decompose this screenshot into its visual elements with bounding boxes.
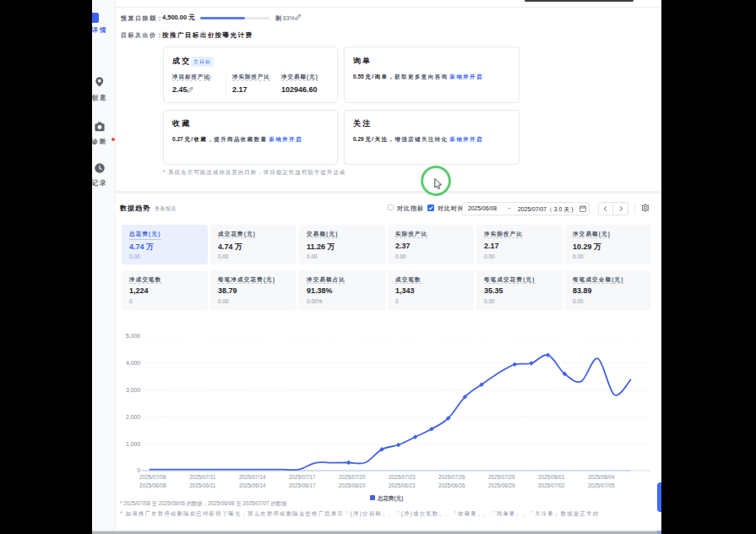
svg-text:2025/06/17: 2025/06/17 <box>289 482 316 488</box>
svg-text:2025/07/11: 2025/07/11 <box>189 474 216 480</box>
svg-text:2025/06/14: 2025/06/14 <box>239 482 266 488</box>
svg-text:2025/06/08: 2025/06/08 <box>139 482 166 488</box>
svg-text:2025/07/29: 2025/07/29 <box>488 474 515 480</box>
svg-text:2025/07/05: 2025/07/05 <box>588 482 615 488</box>
svg-text:2025/08/01: 2025/08/01 <box>538 474 565 480</box>
svg-text:3,000: 3,000 <box>126 387 140 393</box>
svg-text:5,000: 5,000 <box>126 333 140 339</box>
svg-text:2025/07/02: 2025/07/02 <box>538 482 565 488</box>
svg-text:2025/07/14: 2025/07/14 <box>239 474 266 480</box>
svg-text:2025/06/20: 2025/06/20 <box>339 482 366 488</box>
svg-text:2025/06/26: 2025/06/26 <box>438 482 465 488</box>
svg-text:2025/07/26: 2025/07/26 <box>438 474 465 480</box>
svg-text:0: 0 <box>137 467 140 473</box>
svg-text:2025/07/23: 2025/07/23 <box>389 474 416 480</box>
svg-text:2025/08/04: 2025/08/04 <box>588 474 615 480</box>
svg-text:4,000: 4,000 <box>126 360 140 366</box>
svg-text:1,000: 1,000 <box>126 441 140 447</box>
svg-text:2025/06/11: 2025/06/11 <box>189 482 216 488</box>
svg-text:2,000: 2,000 <box>126 414 140 420</box>
svg-text:2025/07/17: 2025/07/17 <box>289 474 316 480</box>
svg-text:2025/06/23: 2025/06/23 <box>389 482 416 488</box>
svg-text:2025/07/20: 2025/07/20 <box>339 474 366 480</box>
svg-text:2025/06/29: 2025/06/29 <box>488 482 515 488</box>
svg-text:2025/07/08: 2025/07/08 <box>139 474 166 480</box>
